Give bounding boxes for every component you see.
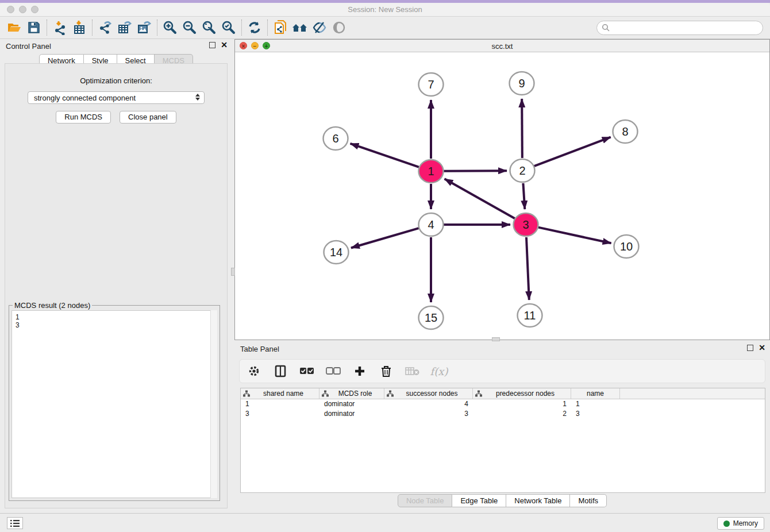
import-network-button[interactable] <box>50 19 70 36</box>
column-type-icon <box>475 390 482 397</box>
mcds-result-text[interactable]: 1 3 <box>11 310 217 498</box>
show-column-button[interactable] <box>273 364 288 379</box>
network-canvas[interactable]: 7968124314101511 <box>235 52 769 340</box>
import-table-button[interactable] <box>70 19 89 36</box>
close-panel-button[interactable]: Close panel <box>120 111 176 124</box>
edge-2-9[interactable] <box>522 99 522 158</box>
houses-icon <box>291 21 309 34</box>
result-scrollbar[interactable] <box>210 310 217 498</box>
table-options-button[interactable] <box>247 364 261 379</box>
column-header-successor-nodes[interactable]: successor nodes <box>384 388 473 399</box>
select-all-columns-button[interactable] <box>299 364 314 379</box>
close-panel-icon[interactable]: ✕ <box>221 42 228 48</box>
edge-1-2[interactable] <box>444 171 507 171</box>
memory-status-icon <box>723 521 730 527</box>
criterion-dropdown[interactable]: strongly connected component <box>28 91 205 104</box>
column-header-shared-name[interactable]: shared name <box>241 388 319 399</box>
graph-node-7[interactable]: 7 <box>419 73 444 96</box>
function-builder-button[interactable]: f(x) <box>432 364 446 379</box>
float-table-panel-icon[interactable] <box>747 345 753 351</box>
splitter-grip-vertical[interactable] <box>231 268 235 276</box>
table-row[interactable]: 3 dominator 3 2 3 <box>241 409 765 419</box>
tab-edge-table[interactable]: Edge Table <box>452 494 506 507</box>
float-panel-icon[interactable] <box>209 42 215 48</box>
network-window-title: scc.txt <box>235 42 769 51</box>
cell-predecessor-nodes[interactable]: 2 <box>473 409 571 419</box>
network-graph[interactable]: 7968124314101511 <box>235 52 769 340</box>
zoom-in-button[interactable] <box>160 19 180 36</box>
svg-text:2: 2 <box>519 164 525 177</box>
svg-text:10: 10 <box>620 240 633 253</box>
graph-node-2[interactable]: 2 <box>510 159 535 182</box>
delete-table-button[interactable] <box>405 364 420 379</box>
graph-node-4[interactable]: 4 <box>419 213 444 236</box>
create-new-column-button[interactable] <box>352 364 367 379</box>
zoom-out-button[interactable] <box>180 19 199 36</box>
duplicate-network-button[interactable] <box>271 19 290 36</box>
search-input[interactable] <box>596 21 763 35</box>
first-neighbors-button[interactable] <box>290 19 310 36</box>
application-window: Session: New Session <box>0 0 770 532</box>
cell-name[interactable]: 1 <box>571 399 620 409</box>
cell-successor-nodes[interactable]: 4 <box>384 399 473 409</box>
show-graphics-details-button[interactable] <box>310 19 329 36</box>
edge-2-8[interactable] <box>534 137 611 167</box>
graph-node-10[interactable]: 10 <box>614 235 639 258</box>
graph-node-8[interactable]: 8 <box>613 120 638 143</box>
open-session-button[interactable] <box>5 19 24 36</box>
edge-3-11[interactable] <box>526 237 529 300</box>
cell-shared-name[interactable]: 1 <box>241 399 319 409</box>
graph-node-9[interactable]: 9 <box>510 72 534 95</box>
export-image-button[interactable] <box>134 19 154 36</box>
toolbar-separator <box>92 20 93 36</box>
graph-node-14[interactable]: 14 <box>324 241 349 264</box>
delete-columns-button[interactable] <box>379 364 394 379</box>
tab-motifs[interactable]: Motifs <box>570 494 607 507</box>
memory-button[interactable]: Memory <box>717 517 764 530</box>
tab-network-table[interactable]: Network Table <box>506 494 570 507</box>
graph-node-11[interactable]: 11 <box>518 304 542 327</box>
svg-text:11: 11 <box>524 309 536 322</box>
splitter-grip-horizontal[interactable] <box>492 337 500 341</box>
tab-node-table[interactable]: Node Table <box>398 494 453 507</box>
column-header-predecessor-nodes[interactable]: predecessor nodes <box>473 388 571 399</box>
edge-3-10[interactable] <box>538 228 611 244</box>
save-session-button[interactable] <box>24 19 44 36</box>
svg-text:15: 15 <box>425 311 437 324</box>
edge-3-1[interactable] <box>445 179 515 218</box>
cell-name[interactable]: 3 <box>571 409 620 419</box>
cell-predecessor-nodes[interactable]: 1 <box>473 399 571 409</box>
graph-node-3[interactable]: 3 <box>514 213 538 236</box>
unselect-all-columns-button[interactable] <box>326 364 341 379</box>
table-row[interactable]: 1 dominator 4 1 1 <box>241 399 765 409</box>
close-table-panel-icon[interactable]: ✕ <box>759 345 765 351</box>
cell-mcds-role[interactable]: dominator <box>319 399 384 409</box>
graph-node-6[interactable]: 6 <box>324 127 348 150</box>
zoom-selected-icon <box>221 20 236 35</box>
apply-layout-button[interactable] <box>245 19 264 36</box>
toolbar-separator <box>47 20 47 36</box>
mcds-panel-content: Optimization criterion: strongly connect… <box>5 63 228 508</box>
cell-shared-name[interactable]: 3 <box>241 409 319 419</box>
birds-eye-view-button[interactable] <box>329 19 349 36</box>
zoom-fit-button[interactable] <box>199 19 219 36</box>
edge-4-14[interactable] <box>351 228 419 248</box>
network-window-titlebar[interactable]: × − + scc.txt <box>235 40 769 52</box>
cell-mcds-role[interactable]: dominator <box>319 409 384 419</box>
graph-node-15[interactable]: 15 <box>419 306 444 329</box>
criterion-value: strongly connected component <box>34 94 136 102</box>
zoom-selected-button[interactable] <box>219 19 238 36</box>
task-history-button[interactable] <box>7 517 23 529</box>
edge-2-3[interactable] <box>523 183 525 209</box>
svg-text:6: 6 <box>332 132 338 145</box>
export-network-button[interactable] <box>95 19 115 36</box>
graph-node-1[interactable]: 1 <box>419 160 444 183</box>
zoom-in-icon <box>163 20 178 35</box>
titlebar: Session: New Session <box>0 3 770 17</box>
column-header-name[interactable]: name <box>571 388 620 399</box>
edge-1-6[interactable] <box>351 144 419 167</box>
cell-successor-nodes[interactable]: 3 <box>384 409 473 419</box>
export-table-button[interactable] <box>115 19 134 36</box>
column-header-mcds-role[interactable]: MCDS role <box>319 388 384 399</box>
run-mcds-button[interactable]: Run MCDS <box>56 111 111 124</box>
